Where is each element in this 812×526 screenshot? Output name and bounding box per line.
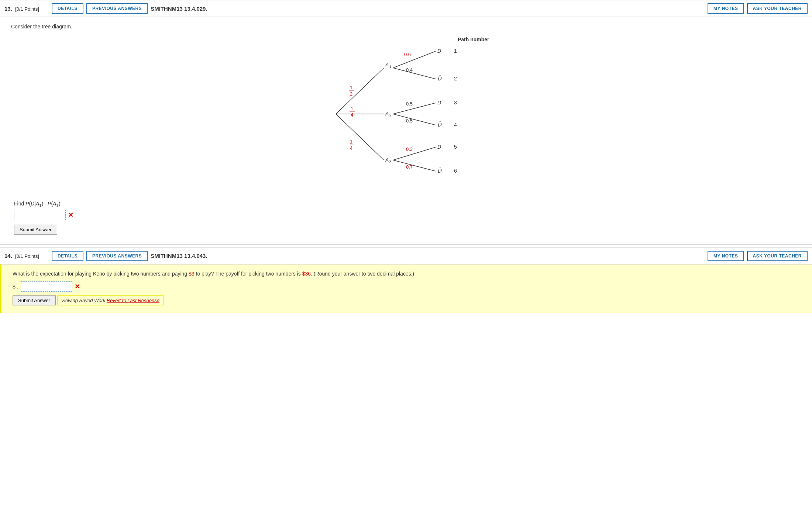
q14-dollar-row: $ . ✕ (13, 281, 801, 292)
consider-text: Consider the tree diagram. (11, 24, 801, 30)
find-formula-text: Find P(D|A1) · P(A1). (14, 201, 801, 208)
find-section: Find P(D|A1) · P(A1). ✕ Submit Answer (14, 201, 801, 238)
q14-submit-button[interactable]: Submit Answer (13, 295, 56, 305)
q14-details-button[interactable]: DETAILS (52, 251, 83, 261)
svg-text:1: 1 (350, 85, 352, 90)
svg-text:4: 4 (351, 112, 353, 118)
svg-line-35 (393, 147, 436, 160)
svg-text:4: 4 (454, 122, 457, 128)
svg-text:A: A (385, 157, 389, 163)
q14-my-notes-button[interactable]: MY NOTES (708, 251, 744, 261)
q13-header: 13. [0/1 Points] DETAILS PREVIOUS ANSWER… (0, 0, 812, 17)
dollar-sign-label: $ . (13, 284, 18, 290)
q13-body: Consider the tree diagram. Path number 1… (0, 17, 812, 241)
svg-text:0.5: 0.5 (406, 118, 413, 124)
svg-line-27 (393, 103, 436, 114)
svg-text:1: 1 (350, 139, 352, 145)
svg-line-9 (336, 114, 384, 160)
q13-wrong-mark: ✕ (68, 211, 73, 219)
svg-text:D̄: D̄ (437, 75, 442, 82)
revert-link[interactable]: Revert to Last Response (107, 298, 159, 303)
svg-text:0.5: 0.5 (406, 101, 413, 107)
svg-text:A: A (385, 62, 389, 68)
tree-svg: Path number 1 2 1 4 1 4 A 1 (277, 35, 535, 193)
q14-prev-answers-button[interactable]: PREVIOUS ANSWERS (86, 251, 148, 261)
svg-text:0.7: 0.7 (406, 164, 413, 170)
svg-text:0.6: 0.6 (404, 52, 411, 57)
q13-answer-input[interactable] (14, 210, 66, 220)
svg-text:3: 3 (389, 160, 392, 164)
separator (0, 244, 812, 245)
q14-problem-id: SMITHNM13 13.4.043. (151, 253, 705, 259)
q14-wrong-mark: ✕ (75, 283, 80, 291)
q14-body: What is the expectation for playing Keno… (0, 264, 812, 313)
svg-text:D: D (437, 144, 441, 150)
q13-number: 13. [0/1 Points] (4, 6, 49, 12)
svg-text:1: 1 (454, 48, 457, 54)
q13-details-button[interactable]: DETAILS (52, 3, 83, 14)
svg-text:Path number: Path number (458, 37, 489, 42)
svg-line-1 (336, 68, 384, 114)
svg-text:4: 4 (350, 145, 352, 151)
q13-submit-button[interactable]: Submit Answer (14, 225, 57, 235)
q13-answer-wrapper: ✕ (14, 210, 801, 220)
svg-text:2: 2 (454, 76, 457, 82)
svg-text:D̄: D̄ (437, 167, 442, 174)
q13-ask-teacher-button[interactable]: ASK YOUR TEACHER (747, 3, 808, 14)
svg-line-31 (393, 114, 436, 125)
q14-ask-teacher-button[interactable]: ASK YOUR TEACHER (747, 251, 808, 261)
svg-line-19 (393, 51, 436, 68)
q13-my-notes-button[interactable]: MY NOTES (708, 3, 744, 14)
svg-text:D: D (437, 48, 441, 54)
svg-text:0.4: 0.4 (406, 67, 413, 73)
keno-question-text: What is the expectation for playing Keno… (13, 270, 801, 278)
q13-problem-id: SMITHNM13 13.4.029. (151, 6, 705, 12)
svg-text:D̄: D̄ (437, 121, 442, 128)
svg-text:2: 2 (389, 114, 392, 118)
svg-text:1: 1 (389, 65, 392, 69)
svg-text:6: 6 (454, 168, 457, 174)
svg-text:D: D (437, 100, 441, 105)
tree-diagram: Path number 1 2 1 4 1 4 A 1 (277, 35, 535, 193)
svg-text:0.3: 0.3 (406, 146, 413, 152)
q14-number: 14. [0/1 Points] (4, 253, 49, 259)
svg-text:5: 5 (454, 144, 457, 150)
svg-line-23 (393, 68, 436, 79)
svg-text:A: A (385, 111, 389, 117)
svg-text:3: 3 (454, 100, 457, 105)
svg-text:1: 1 (351, 106, 353, 111)
q14-header: 14. [0/1 Points] DETAILS PREVIOUS ANSWER… (0, 248, 812, 264)
q14-answer-input[interactable] (21, 281, 72, 292)
saved-work-notice: Viewing Saved Work Revert to Last Respon… (57, 295, 164, 305)
svg-text:2: 2 (350, 91, 352, 97)
svg-line-39 (393, 160, 436, 171)
q13-prev-answers-button[interactable]: PREVIOUS ANSWERS (86, 3, 148, 14)
